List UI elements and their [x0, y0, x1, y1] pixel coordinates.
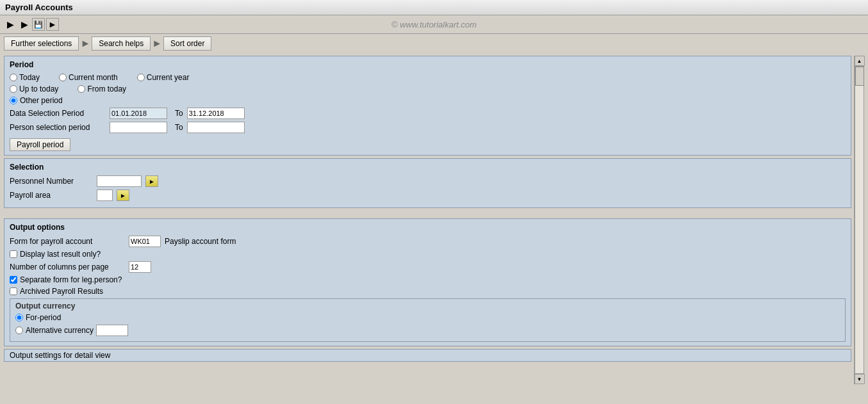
from-today-label: From today [87, 85, 126, 93]
from-today-radio-item[interactable]: From today [78, 85, 126, 93]
display-last-checkbox[interactable] [10, 250, 17, 258]
output-currency-section: Output currency For-period Alternative c… [10, 298, 846, 342]
person-selection-to-label: To [175, 123, 183, 132]
selection-section: Selection Personnel Number ► Payroll are… [4, 158, 851, 208]
from-today-radio[interactable] [78, 85, 85, 93]
output-settings-bar: Output settings for detail view [4, 349, 851, 362]
data-selection-to-label: To [175, 109, 183, 118]
save-icon[interactable]: 💾 [32, 18, 45, 31]
back-icon[interactable]: ▶ [4, 18, 17, 31]
sort-order-tab[interactable]: Sort order [163, 36, 211, 51]
scroll-up-btn[interactable]: ▲ [855, 56, 865, 66]
output-options-title: Output options [10, 223, 846, 232]
payroll-area-arrow-btn[interactable]: ► [117, 190, 129, 201]
personnel-number-label: Personnel Number [10, 177, 93, 186]
alternative-currency-radio[interactable] [15, 327, 23, 334]
further-selections-tab[interactable]: Further selections [4, 36, 79, 51]
today-radio[interactable] [10, 74, 17, 81]
scrollbar[interactable]: ▲ ▼ [854, 56, 864, 384]
other-period-label: Other period [20, 96, 63, 105]
search-helps-label: Search helps [99, 39, 143, 48]
columns-label: Number of columns per page [10, 263, 125, 271]
current-month-radio-item[interactable]: Current month [59, 73, 118, 82]
up-to-today-radio-item[interactable]: Up to today [10, 85, 58, 93]
separate-form-label: Separate form for leg.person? [20, 275, 122, 284]
current-year-radio[interactable] [137, 74, 145, 81]
current-month-radio[interactable] [59, 74, 67, 81]
output-options-section: Output options Form for payroll account … [4, 218, 851, 346]
payroll-area-label: Payroll area [10, 191, 93, 200]
sort-order-label: Sort order [170, 39, 204, 48]
scroll-down-btn[interactable]: ▼ [855, 374, 865, 384]
data-selection-label: Data Selection Period [10, 109, 106, 118]
for-period-label: For-period [26, 313, 61, 322]
up-to-today-radio[interactable] [10, 85, 17, 93]
form-label: Form for payroll account [10, 237, 125, 246]
content-area: Period Today Current month Current year [4, 56, 851, 384]
columns-input[interactable] [129, 261, 151, 273]
form-desc: Payslip account form [165, 237, 236, 246]
window-title: Payroll Accounts [5, 3, 73, 12]
person-selection-to-input[interactable] [187, 122, 245, 133]
alternative-currency-label: Alternative currency [26, 326, 94, 335]
current-year-label: Current year [147, 73, 190, 82]
separate-form-checkbox[interactable] [10, 276, 17, 284]
execute-icon[interactable]: ► [46, 18, 59, 31]
up-to-today-label: Up to today [19, 85, 58, 93]
current-year-radio-item[interactable]: Current year [137, 73, 190, 82]
display-last-label: Display last result only? [20, 250, 101, 259]
payroll-period-label: Payroll period [17, 140, 63, 149]
today-label: Today [19, 73, 40, 82]
other-period-radio[interactable] [10, 97, 17, 104]
today-radio-item[interactable]: Today [10, 73, 40, 82]
data-selection-to-input[interactable] [187, 108, 245, 119]
watermark: © www.tutorialkart.com [391, 20, 477, 29]
data-selection-from-input[interactable] [110, 108, 167, 119]
forward-icon[interactable]: ▶ [18, 18, 31, 31]
person-selection-from-input[interactable] [110, 122, 167, 133]
for-period-radio[interactable] [15, 314, 23, 321]
arrow-divider2: ► [152, 38, 162, 49]
output-settings-label: Output settings for detail view [10, 351, 110, 360]
currency-title: Output currency [15, 302, 840, 311]
period-title: Period [10, 60, 846, 69]
payroll-period-button[interactable]: Payroll period [10, 138, 70, 151]
archived-checkbox[interactable] [10, 287, 17, 295]
title-bar: Payroll Accounts [0, 0, 868, 15]
scroll-track [855, 66, 864, 374]
payroll-area-input[interactable] [97, 190, 113, 201]
further-selections-label: Further selections [11, 39, 72, 48]
selection-title: Selection [10, 163, 846, 172]
toolbar: ▶ ▶ 💾 ► © www.tutorialkart.com [0, 15, 868, 34]
personnel-number-input[interactable] [97, 175, 142, 187]
archived-label: Archived Payroll Results [20, 287, 103, 296]
personnel-number-arrow-btn[interactable]: ► [145, 175, 158, 187]
alternative-currency-input[interactable] [96, 325, 128, 336]
period-section: Period Today Current month Current year [4, 56, 851, 156]
scroll-thumb[interactable] [855, 67, 864, 86]
current-month-label: Current month [69, 73, 118, 82]
tabs-row: Further selections ► Search helps ► Sort… [0, 34, 868, 53]
arrow-divider1: ► [80, 38, 90, 49]
person-selection-label: Person selection period [10, 123, 106, 132]
form-value-input[interactable] [129, 236, 161, 247]
search-helps-tab[interactable]: Search helps [92, 36, 151, 51]
